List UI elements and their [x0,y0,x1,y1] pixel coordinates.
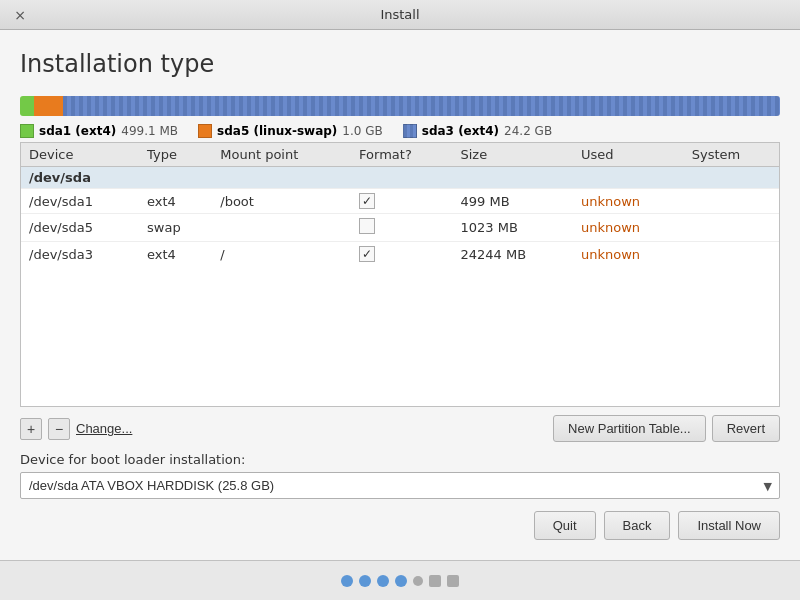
change-partition-button[interactable]: Change... [76,421,132,436]
cell-mount-sda5 [212,214,351,242]
cell-size-sda3: 24244 MB [453,242,573,267]
bootloader-dropdown-wrapper[interactable]: /dev/sda ATA VBOX HARDDISK (25.8 GB) ▼ [20,472,780,499]
close-button[interactable]: × [10,5,30,25]
progress-dot-5 [413,576,423,586]
legend-color-sda3 [403,124,417,138]
cell-format-sda3[interactable] [351,242,452,267]
main-content: Installation type sda1 (ext4) 499.1 MB s… [0,30,800,560]
cell-size-sda1: 499 MB [453,189,573,214]
titlebar: × Install [0,0,800,30]
disk-group-row: /dev/sda [21,167,779,189]
cell-system-sda5 [684,214,779,242]
progress-dot-7 [447,575,459,587]
disk-segment-sda3 [63,96,780,116]
disk-segment-sda5 [34,96,63,116]
cell-system-sda3 [684,242,779,267]
progress-dot-3 [377,575,389,587]
table-row[interactable]: /dev/sda3 ext4 / 24244 MB unknown [21,242,779,267]
cell-size-sda5: 1023 MB [453,214,573,242]
partition-table-wrapper: Device Type Mount point Format? Size Use… [20,142,780,407]
progress-dot-1 [341,575,353,587]
legend-label-sda3: sda3 (ext4) [422,124,499,138]
nav-buttons: Quit Back Install Now [20,511,780,540]
table-row[interactable]: /dev/sda1 ext4 /boot 499 MB unknown [21,189,779,214]
page-title: Installation type [20,50,780,78]
legend-sda3: sda3 (ext4) 24.2 GB [403,124,552,138]
cell-format-sda5[interactable] [351,214,452,242]
cell-type-sda1: ext4 [139,189,212,214]
progress-dot-6 [429,575,441,587]
partition-table: Device Type Mount point Format? Size Use… [21,143,779,266]
table-row[interactable]: /dev/sda5 swap 1023 MB unknown [21,214,779,242]
remove-partition-button[interactable]: − [48,418,70,440]
back-button[interactable]: Back [604,511,671,540]
disk-segment-sda1 [20,96,34,116]
col-size: Size [453,143,573,167]
cell-used-sda1: unknown [573,189,684,214]
col-type: Type [139,143,212,167]
cell-mount-sda3: / [212,242,351,267]
col-used: Used [573,143,684,167]
cell-type-sda3: ext4 [139,242,212,267]
footer [0,560,800,600]
progress-dot-2 [359,575,371,587]
disk-group-label: /dev/sda [21,167,779,189]
cell-device-sda3: /dev/sda3 [21,242,139,267]
legend-label-sda5: sda5 (linux-swap) [217,124,337,138]
table-header-row: Device Type Mount point Format? Size Use… [21,143,779,167]
legend-size-sda1: 499.1 MB [121,124,178,138]
bootloader-label: Device for boot loader installation: [20,452,780,467]
quit-button[interactable]: Quit [534,511,596,540]
checkbox-sda3[interactable] [359,246,375,262]
legend-color-sda5 [198,124,212,138]
cell-device-sda5: /dev/sda5 [21,214,139,242]
cell-format-sda1[interactable] [351,189,452,214]
cell-device-sda1: /dev/sda1 [21,189,139,214]
checkbox-sda1[interactable] [359,193,375,209]
col-mount: Mount point [212,143,351,167]
bootloader-dropdown[interactable]: /dev/sda ATA VBOX HARDDISK (25.8 GB) [20,472,780,499]
col-device: Device [21,143,139,167]
add-partition-button[interactable]: + [20,418,42,440]
legend-sda1: sda1 (ext4) 499.1 MB [20,124,178,138]
install-now-button[interactable]: Install Now [678,511,780,540]
cell-used-sda5: unknown [573,214,684,242]
legend-color-sda1 [20,124,34,138]
cell-mount-sda1: /boot [212,189,351,214]
window-title: Install [380,7,419,22]
progress-dot-4 [395,575,407,587]
bottom-toolbar: + − Change... New Partition Table... Rev… [20,415,780,442]
disk-legend: sda1 (ext4) 499.1 MB sda5 (linux-swap) 1… [20,124,780,138]
legend-sda5: sda5 (linux-swap) 1.0 GB [198,124,383,138]
cell-type-sda5: swap [139,214,212,242]
checkbox-sda5[interactable] [359,218,375,234]
bootloader-section: Device for boot loader installation: /de… [20,452,780,499]
legend-size-sda5: 1.0 GB [342,124,382,138]
disk-bar [20,96,780,116]
legend-size-sda3: 24.2 GB [504,124,552,138]
cell-system-sda1 [684,189,779,214]
cell-used-sda3: unknown [573,242,684,267]
new-partition-table-button[interactable]: New Partition Table... [553,415,706,442]
disk-bar-container [20,96,780,116]
col-format: Format? [351,143,452,167]
col-system: System [684,143,779,167]
legend-label-sda1: sda1 (ext4) [39,124,116,138]
revert-button[interactable]: Revert [712,415,780,442]
